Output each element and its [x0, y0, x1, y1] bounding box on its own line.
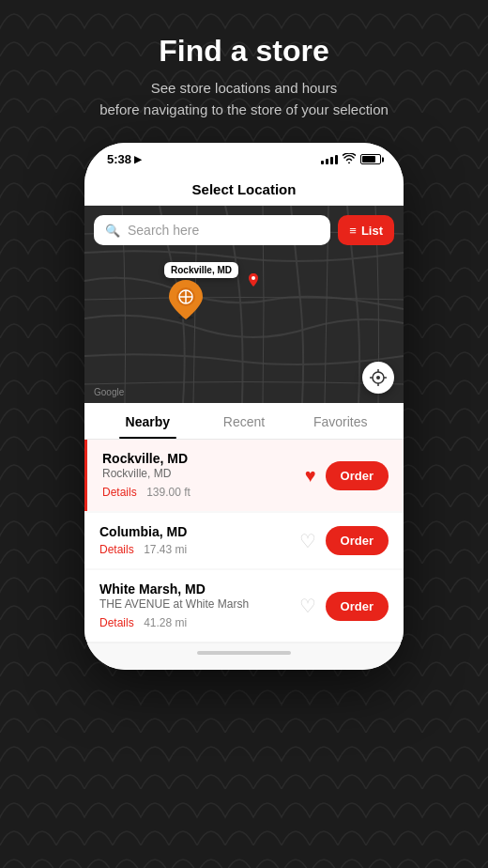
store-info-1: Rockville, MD Rockville, MD Details 139.…: [102, 451, 296, 500]
heart-icon-1[interactable]: ♥: [305, 465, 316, 487]
details-link-1[interactable]: Details: [102, 486, 137, 499]
heart-icon-2[interactable]: ♡: [299, 530, 316, 552]
map-pin-label: Rockville, MD: [164, 262, 238, 278]
tab-recent[interactable]: Recent: [196, 403, 293, 439]
svg-point-5: [252, 276, 255, 280]
app-header: Select Location: [84, 172, 404, 206]
store-item-2[interactable]: Columbia, MD Details 17.43 mi ♡ Order: [84, 513, 404, 568]
store-info-3: White Marsh, MD THE AVENUE at White Mars…: [99, 581, 290, 630]
store-actions-2: ♡ Order: [299, 526, 389, 555]
details-link-3[interactable]: Details: [99, 616, 134, 629]
tab-favorites[interactable]: Favorites: [292, 403, 389, 439]
battery-icon: [360, 154, 381, 164]
order-button-2[interactable]: Order: [326, 526, 389, 555]
heart-icon-3[interactable]: ♡: [299, 595, 316, 617]
tab-nearby[interactable]: Nearby: [99, 403, 196, 439]
store-item-1[interactable]: Rockville, MD Rockville, MD Details 139.…: [84, 440, 404, 511]
search-placeholder: Search here: [128, 223, 199, 238]
store-distance-2: 17.43 mi: [144, 543, 187, 556]
details-link-2[interactable]: Details: [99, 543, 134, 556]
store-info-2: Columbia, MD Details 17.43 mi: [99, 524, 290, 557]
status-time: 5:38 ▶: [107, 152, 142, 166]
list-button[interactable]: ≡ List: [338, 215, 394, 245]
store-list: Rockville, MD Rockville, MD Details 139.…: [84, 440, 404, 642]
store-meta-3: Details 41.28 mi: [99, 613, 290, 630]
map-pin-icon: [169, 280, 203, 319]
location-arrow-icon: ▶: [134, 154, 142, 164]
tabs-container: Nearby Recent Favorites: [84, 403, 404, 440]
home-indicator: [197, 651, 291, 655]
store-item-3[interactable]: White Marsh, MD THE AVENUE at White Mars…: [84, 570, 404, 642]
store-actions-3: ♡ Order: [299, 592, 389, 621]
wifi-icon: [343, 153, 356, 166]
store-distance-3: 41.28 mi: [144, 616, 187, 629]
store-meta-1: Details 139.00 ft: [102, 483, 296, 500]
svg-point-7: [376, 376, 380, 380]
search-icon: 🔍: [105, 224, 120, 238]
store-actions-1: ♥ Order: [305, 461, 389, 490]
signal-icon: [321, 155, 338, 164]
page-title: Find a store: [159, 34, 328, 69]
map-pin-rockville[interactable]: Rockville, MD: [164, 262, 238, 319]
order-button-1[interactable]: Order: [326, 461, 389, 490]
search-bar[interactable]: 🔍 Search here ≡ List: [94, 215, 394, 245]
screen-title: Select Location: [192, 181, 297, 197]
status-right-icons: [321, 153, 381, 166]
store-name-1: Rockville, MD: [102, 451, 296, 466]
store-meta-2: Details 17.43 mi: [99, 540, 290, 557]
map-pin-secondary: [249, 273, 258, 285]
location-button[interactable]: [362, 362, 394, 394]
order-button-3[interactable]: Order: [326, 592, 389, 621]
home-indicator-area: [84, 643, 404, 670]
store-address-3: THE AVENUE at White Marsh: [99, 597, 290, 611]
list-icon: ≡: [349, 224, 357, 238]
google-watermark: Google: [94, 387, 124, 397]
status-bar: 5:38 ▶: [84, 143, 404, 172]
store-distance-1: 139.00 ft: [146, 486, 191, 499]
page-subtitle: See store locations and hoursbefore navi…: [99, 78, 389, 120]
store-name-2: Columbia, MD: [99, 524, 290, 539]
map-container[interactable]: 🔍 Search here ≡ List Rockville, MD: [84, 206, 404, 403]
crosshair-icon: [370, 369, 387, 386]
store-name-3: White Marsh, MD: [99, 581, 290, 597]
phone-mockup: 5:38 ▶: [84, 143, 404, 670]
store-address-1: Rockville, MD: [102, 467, 296, 480]
search-input-wrapper[interactable]: 🔍 Search here: [94, 215, 330, 245]
